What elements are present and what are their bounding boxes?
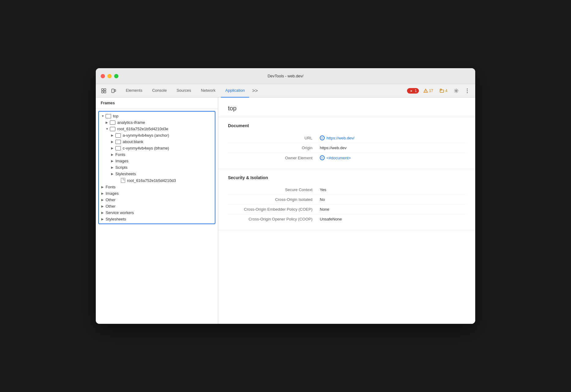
- svg-rect-2: [102, 91, 103, 93]
- owner-element-link[interactable]: <#document>: [327, 156, 351, 160]
- coop-label: Cross-Origin Opener Policy (COOP): [228, 217, 320, 221]
- tab-application[interactable]: Application: [221, 84, 249, 98]
- sidebar: Frames ▼ top ▶ analytics-iframe: [96, 98, 218, 324]
- warning-badge[interactable]: ! 17: [421, 88, 435, 94]
- arrow-right-icon: ▶: [111, 172, 115, 176]
- arrow-right-icon: ▶: [111, 140, 115, 143]
- coep-value: None: [320, 207, 329, 212]
- tree-item-images-nested[interactable]: ▶ Images: [100, 158, 214, 164]
- document-section-title: Document: [228, 123, 465, 128]
- coop-row: Cross-Origin Opener Policy (COOP) Unsafe…: [228, 214, 465, 224]
- tree-item-fonts[interactable]: ▶ Fonts: [100, 184, 214, 190]
- origin-row: Origin https://web.dev: [228, 143, 465, 153]
- url-value: ⊙ https://web.dev/: [320, 135, 354, 140]
- svg-text:!: !: [425, 90, 426, 92]
- origin-value: https://web.dev: [320, 146, 346, 150]
- document-section: Document URL ⊙ https://web.dev/ Origin h…: [218, 117, 475, 169]
- owner-element-label: Owner Element: [228, 156, 320, 160]
- tree-item-analytics-iframe[interactable]: ▶ analytics-iframe: [100, 119, 214, 126]
- close-button[interactable]: [101, 74, 105, 78]
- owner-element-row: Owner Element ⊙ <#document>: [228, 153, 465, 163]
- window-title: DevTools - web.dev/: [267, 74, 303, 78]
- svg-text:✕: ✕: [410, 90, 412, 93]
- error-badge[interactable]: ✕ 1: [407, 88, 419, 94]
- device-toolbar-icon[interactable]: [109, 87, 118, 95]
- tree-item-images[interactable]: ▶ Images: [100, 190, 214, 197]
- svg-rect-3: [104, 91, 106, 93]
- toolbar-right: ✕ 1 ! 17 4: [407, 87, 472, 95]
- file-icon: [121, 178, 125, 183]
- tree-item-stylesheets-nested[interactable]: ▶ Stylesheets: [100, 171, 214, 177]
- tree-item-root-file[interactable]: root_616a752e1b5d4210d3: [100, 177, 214, 184]
- origin-label: Origin: [228, 146, 320, 150]
- frame-icon: [115, 140, 121, 144]
- arrow-down-icon: ▼: [106, 127, 110, 131]
- settings-icon[interactable]: [452, 87, 461, 95]
- sidebar-header: Frames: [96, 98, 218, 109]
- minimize-button[interactable]: [107, 74, 112, 78]
- tree-item-root[interactable]: ▼ root_616a752e1b5d4210d3e: [100, 126, 214, 132]
- secure-context-row: Secure Context Yes: [228, 185, 465, 195]
- arrow-right-icon: ▶: [101, 217, 106, 221]
- arrow-right-icon: ▶: [101, 185, 106, 189]
- tree-item-other2[interactable]: ▶ Other: [100, 203, 214, 209]
- frame-icon: [110, 127, 115, 131]
- more-tabs-button[interactable]: >>: [250, 87, 260, 95]
- frame-icon: [115, 146, 121, 150]
- content-area: Frames ▼ top ▶ analytics-iframe: [96, 98, 475, 324]
- tab-console[interactable]: Console: [148, 84, 171, 98]
- main-content: top Document URL ⊙ https://web.dev/ Orig…: [218, 98, 475, 324]
- svg-point-12: [467, 88, 468, 89]
- maximize-button[interactable]: [114, 74, 118, 78]
- tree-item-service-workers[interactable]: ▶ Service workers: [100, 209, 214, 216]
- inspect-element-icon[interactable]: [99, 87, 108, 95]
- more-options-icon[interactable]: [463, 87, 472, 95]
- arrow-right-icon: ▶: [111, 153, 115, 156]
- url-link[interactable]: https://web.dev/: [327, 136, 354, 140]
- svg-rect-0: [102, 89, 103, 91]
- url-row: URL ⊙ https://web.dev/: [228, 133, 465, 143]
- svg-rect-5: [114, 90, 116, 91]
- cross-origin-isolated-row: Cross-Origin Isolated No: [228, 195, 465, 205]
- tree-item-anchor-frame[interactable]: ▶ a-vynmy4vb4wys (anchor): [100, 132, 214, 139]
- url-label: URL: [228, 136, 320, 140]
- toolbar-icons: [99, 87, 118, 95]
- tab-sources[interactable]: Sources: [172, 84, 196, 98]
- page-title: top: [218, 98, 475, 117]
- arrow-right-icon: ▶: [111, 146, 115, 150]
- svg-point-11: [456, 90, 457, 91]
- element-icon: ⊙: [320, 155, 325, 160]
- arrow-right-icon: ▶: [101, 205, 106, 208]
- arrow-right-icon: ▶: [111, 166, 115, 169]
- arrow-right-icon: ▶: [101, 192, 106, 195]
- tree-item-scripts-nested[interactable]: ▶ Scripts: [100, 164, 214, 171]
- frames-tree: ▼ top ▶ analytics-iframe ▼ root_6: [96, 109, 218, 227]
- info-badge[interactable]: 4: [438, 88, 450, 94]
- svg-point-14: [467, 92, 468, 93]
- tree-item-bframe[interactable]: ▶ c-vynmy4vb4wys (bframe): [100, 145, 214, 151]
- arrow-right-icon: ▶: [101, 198, 106, 202]
- tree-item-top[interactable]: ▼ top: [100, 113, 214, 119]
- arrow-right-icon: ▶: [106, 121, 110, 124]
- titlebar: DevTools - web.dev/: [96, 68, 475, 84]
- cross-origin-isolated-value: No: [320, 197, 325, 202]
- tree-item-other1[interactable]: ▶ Other: [100, 197, 214, 203]
- tab-elements[interactable]: Elements: [121, 84, 147, 98]
- owner-element-value: ⊙ <#document>: [320, 155, 351, 160]
- security-section-title: Security & Isolation: [228, 175, 465, 180]
- tab-network[interactable]: Network: [197, 84, 220, 98]
- devtools-window: DevTools - web.dev/ Elements Console: [96, 68, 475, 324]
- tree-item-stylesheets[interactable]: ▶ Stylesheets: [100, 216, 214, 222]
- security-section: Security & Isolation Secure Context Yes …: [218, 169, 475, 230]
- svg-rect-1: [104, 89, 106, 91]
- frames-tree-box: ▼ top ▶ analytics-iframe ▼ root_6: [98, 111, 215, 224]
- svg-rect-10: [440, 89, 442, 90]
- secure-context-value: Yes: [320, 187, 326, 192]
- coep-label: Cross-Origin Embedder Policy (COEP): [228, 207, 320, 212]
- tree-item-about-blank[interactable]: ▶ about:blank: [100, 139, 214, 145]
- frame-icon: [106, 114, 111, 118]
- frame-icon: [110, 120, 115, 125]
- svg-point-13: [467, 90, 468, 91]
- frame-icon: [115, 133, 121, 138]
- tree-item-fonts-nested[interactable]: ▶ Fonts: [100, 151, 214, 158]
